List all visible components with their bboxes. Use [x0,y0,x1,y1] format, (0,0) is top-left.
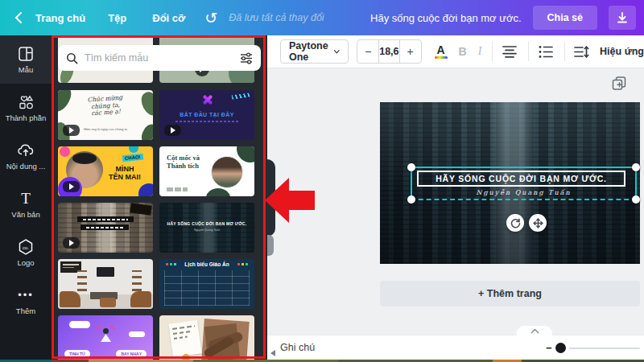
selection-handle[interactable] [407,195,415,204]
logo-hexagon-icon: co. [17,238,35,256]
font-size-decrease-button[interactable]: − [357,45,378,58]
decor [69,321,90,328]
divider [492,42,493,61]
decor [60,291,80,307]
duplicate-page-icon[interactable] [612,76,626,93]
template-thumbnail[interactable] [159,315,254,360]
decor [206,188,230,196]
template-thumbnail[interactable]: Lịch biểu Giáo Án [159,259,254,309]
template-thumbnail[interactable] [58,259,153,309]
more-dots-icon: ••• [18,286,34,304]
template-title: BẮT ĐẦU TẠI ĐÂY [159,112,254,117]
line-spacing-button[interactable] [573,44,589,60]
font-size-value[interactable]: 18,6 [378,40,399,63]
move-button[interactable] [529,214,547,232]
sidebar-item-more[interactable]: ••• Thêm [0,277,52,325]
decor [167,187,188,191]
collapse-left-icon[interactable] [270,345,276,360]
selection-handle[interactable] [632,163,640,171]
sidebar-item-label: Văn bản [11,210,39,219]
template-thumbnail[interactable]: TINH TÚ BAY NHẢY [58,315,153,360]
title-text: HÃY SỐNG CUỘC ĐỜI BẠN MƠ ƯỚC. [436,174,607,183]
decor [159,203,254,253]
italic-button[interactable]: I [478,45,482,58]
template-thumbnail[interactable]: Chúc mừng chúng ta, các mẹ ạ! Hôm nay là… [58,90,153,140]
subtitle-text-element[interactable]: Nguyễn Quang Tuấn [412,189,635,196]
menu-home[interactable]: Trang chủ [31,12,103,24]
sidebar-item-label: Logo [17,258,34,267]
decor [237,263,248,265]
title-text-element[interactable]: HÃY SỐNG CUỘC ĐỜI BẠN MƠ ƯỚC. [417,171,625,187]
design-page[interactable]: HÃY SỐNG CUỘC ĐỜI BẠN MƠ ƯỚC. Nguyễn Qua… [380,102,640,264]
svg-text:co.: co. [23,245,29,250]
sidebar-item-text[interactable]: T Văn bản [0,180,52,228]
font-family-select[interactable]: Paytone One [280,39,349,64]
decor [96,325,102,330]
templates-panel: Chúc mừng chúng ta, các mẹ ạ! Hôm nay là… [52,35,267,360]
font-size-increase-button[interactable]: + [400,45,421,58]
zoom-slider-track[interactable] [569,348,640,349]
notes-button[interactable]: Ghi chú [280,342,315,353]
caption-bar [80,224,129,230]
selection-handle[interactable] [407,163,415,171]
play-icon [63,181,80,192]
template-thumbnail[interactable]: BẮT ĐẦU TẠI ĐÂY [159,90,254,140]
divider [528,42,529,61]
play-icon [63,237,80,249]
rotate-button[interactable] [506,214,524,232]
panel-scrollbar-grip[interactable] [267,235,274,256]
menu-file[interactable]: Tệp [103,12,147,24]
undo-icon[interactable]: ↺ [204,10,217,26]
badge: TINH TÚ [64,350,90,358]
bold-button[interactable]: B [459,45,467,58]
sidebar-item-label: Nội dung ... [6,162,46,171]
template-thumbnail[interactable]: HÃY SỐNG CUỘC ĐỜI BẠN MƠ ƯỚC. Nguyễn Qua… [159,203,254,253]
back-chevron-icon[interactable] [6,11,31,24]
decor [129,146,138,153]
decor [166,263,176,265]
decor [232,93,250,99]
panel-collapse-tab[interactable] [267,159,275,237]
download-button[interactable] [609,6,636,30]
template-title: Cột mốc và Thành tích [167,154,200,170]
decor [211,156,243,188]
template-thumbnail[interactable]: Cột mốc và Thành tích [159,146,254,196]
sidebar-item-elements[interactable]: Thành phần [0,84,52,132]
template-title: Chúc mừng chúng ta, các mẹ ạ! [58,93,153,120]
search-input[interactable] [85,52,233,64]
decor [100,298,116,307]
zoom-out-button[interactable]: − [546,342,552,354]
add-page-button[interactable]: + Thêm trang [380,281,640,306]
download-icon [616,11,629,24]
zoom-slider-handle[interactable] [555,343,566,353]
effects-button[interactable]: Hiệu ứng [600,46,644,57]
saved-status: Đã lưu tất cả thay đổi [229,12,324,23]
elements-icon [18,93,34,111]
template-thumbnail[interactable]: CHÀO! MÌNH TÊN MAI! [58,146,153,196]
menu-resize[interactable]: Đổi cỡ [147,12,203,24]
font-size-stepper: − 18,6 + [357,39,421,64]
badge: BAY NHẢY [116,350,147,358]
text-color-button[interactable]: A [435,44,448,60]
bottom-bar: Ghi chú − [267,335,644,360]
sidebar-item-templates[interactable]: Mẫu [0,35,52,84]
decor [60,146,70,157]
template-thumbnail[interactable] [58,203,153,253]
share-button[interactable]: Chia sẻ [533,6,597,30]
selection-handle[interactable] [632,195,640,204]
zoom-slider: − [546,335,640,360]
sidebar-item-logo[interactable]: co. Logo [0,228,52,277]
text-align-button[interactable] [502,44,518,60]
play-icon [63,125,80,136]
document-title[interactable]: Hãy sống cuộc đời bạn mơ ước. [370,12,521,24]
object-panel-sidebar: Mẫu Thành phần Nội dung ... T Văn bản co… [0,35,52,360]
canva-editor: Trang chủ Tệp Đổi cỡ ↺ Đã lưu tất cả tha… [0,0,644,362]
filter-icon[interactable] [240,52,253,64]
text-color-letter: A [437,44,445,56]
search-icon [66,52,78,64]
selection-box: HÃY SỐNG CUỘC ĐỜI BẠN MƠ ƯỚC. Nguyễn Qua… [411,167,637,200]
template-title: MÌNH TÊN MAI! [103,166,147,181]
sidebar-item-label: Thành phần [6,113,47,122]
sidebar-item-uploads[interactable]: Nội dung ... [0,132,52,180]
bullet-list-button[interactable] [538,44,554,60]
